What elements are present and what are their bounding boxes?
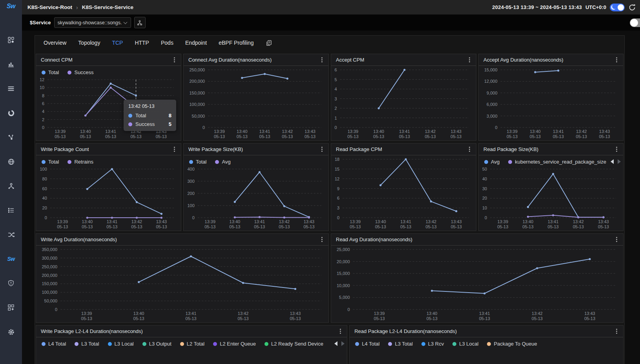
legend-next-icon[interactable] (618, 159, 621, 164)
svg-text:05-13: 05-13 (548, 224, 559, 229)
svg-text:05-13: 05-13 (599, 134, 610, 139)
legend-item[interactable]: kubernetes_service_read_package_size (508, 159, 606, 165)
bar-chart-icon (7, 61, 15, 68)
panel-menu-icon[interactable] (320, 146, 324, 153)
svg-text:05-13: 05-13 (507, 134, 518, 139)
panel-read-package-l2l4-duration: Read Package L2-L4 Duration(nanoseconds)… (349, 325, 624, 364)
tab-overview[interactable]: Overview (44, 40, 66, 46)
legend-item[interactable]: Total (42, 69, 59, 75)
legend-next-icon[interactable] (341, 341, 345, 346)
legend-item[interactable]: L3 Total (75, 341, 99, 347)
tab-topology[interactable]: Topology (78, 40, 100, 46)
legend-item[interactable]: L3 Total (388, 341, 412, 347)
tab-ebpf-profiling[interactable]: eBPF Profiling (219, 40, 253, 46)
secondary-toggle[interactable] (630, 18, 640, 27)
legend-dot (42, 160, 46, 164)
svg-text:350,000: 350,000 (42, 247, 57, 252)
panel-menu-icon[interactable] (320, 56, 324, 64)
legend-item[interactable]: L4 Total (42, 341, 66, 347)
sidebar-item-alerting[interactable] (0, 271, 22, 295)
panel-read-package-cpm: Read Package CPM 036912151813:3905-1313:… (331, 143, 476, 231)
panel-header: Connect Avg Duration(nanoseconds) (184, 54, 328, 66)
svg-text:100: 100 (187, 203, 194, 208)
chart-area (350, 347, 623, 364)
legend-prev-icon[interactable] (334, 341, 337, 346)
sidebar-item-skywalking[interactable]: Sw (0, 247, 22, 271)
legend-label: L3 Rcv (428, 341, 444, 347)
legend-item[interactable]: L3 Local (452, 341, 478, 347)
legend-item[interactable]: L3 Local (108, 341, 134, 347)
svg-text:05-13: 05-13 (598, 224, 609, 229)
svg-text:0: 0 (202, 125, 205, 130)
tab-endpoint[interactable]: Endpoint (185, 40, 207, 46)
panel-write-package-count: Write Package Count TotalRetrains 020406… (36, 143, 181, 231)
sidebar-item-service-mesh[interactable] (0, 76, 22, 101)
panel-menu-icon[interactable] (615, 146, 618, 153)
panel-menu-icon[interactable] (615, 328, 618, 335)
sidebar-item-dashboard[interactable] (0, 28, 22, 52)
skywalking-logo[interactable]: Sw (7, 3, 15, 10)
timezone-label: UTC+0:0 (585, 4, 606, 10)
legend-item[interactable]: Retrains (67, 159, 93, 165)
tab-pods[interactable]: Pods (161, 40, 173, 46)
layers-icon (7, 85, 15, 92)
sidebar-item-general-service[interactable] (0, 52, 22, 76)
panel-menu-icon[interactable] (339, 328, 342, 335)
legend-item[interactable]: L2 Enter Queue (213, 341, 256, 347)
service-select[interactable]: skywalking-showcase::songs.s (54, 17, 131, 28)
panel-header: Accept CPM (331, 54, 476, 66)
line-chart-svg: 0102030405013:3905-1313:4005-1313:4105-1… (479, 165, 623, 231)
legend-item[interactable]: L2 Total (180, 341, 204, 347)
sidebar-item-infrastructure[interactable] (0, 174, 22, 198)
chart-legend: Avgkubernetes_service_read_package_size (479, 155, 623, 165)
tab-http[interactable]: HTTP (135, 40, 149, 46)
charts-row-3: Write Avg Duration(nanoseconds) 050,0001… (36, 233, 624, 323)
copy-dashboard-icon[interactable] (266, 40, 272, 46)
panel-menu-icon[interactable] (468, 146, 471, 153)
svg-text:05-13: 05-13 (305, 134, 315, 139)
svg-text:05-13: 05-13 (229, 224, 240, 229)
svg-text:18: 18 (335, 157, 339, 162)
sidebar-item-kubernetes[interactable] (0, 149, 22, 174)
dark-mode-toggle[interactable] (610, 4, 625, 11)
tab-tcp[interactable]: TCP (112, 40, 123, 46)
svg-text:05-13: 05-13 (237, 134, 248, 139)
legend-item[interactable]: L3 Rcv (421, 341, 444, 347)
sidebar-item-marketplace[interactable] (0, 295, 22, 320)
chart-legend: L4 TotalL3 TotalL3 RcvL3 LocalPackage To… (350, 337, 623, 347)
svg-text:250,000: 250,000 (42, 264, 57, 269)
refresh-icon[interactable] (628, 4, 636, 11)
svg-text:13:43: 13:43 (450, 129, 461, 134)
panel-menu-icon[interactable] (468, 56, 471, 64)
sidebar-item-settings[interactable] (0, 320, 22, 344)
legend-item[interactable]: Success (67, 69, 93, 75)
svg-text:40: 40 (482, 177, 487, 181)
sidebar-item-functions[interactable] (0, 101, 22, 125)
svg-text:250,000: 250,000 (189, 67, 205, 72)
legend-item[interactable]: L3 Output (142, 341, 171, 347)
svg-text:10: 10 (40, 85, 44, 90)
legend-prev-icon[interactable] (611, 159, 614, 164)
svg-text:05-13: 05-13 (156, 224, 167, 229)
legend-item[interactable]: Total (189, 159, 206, 165)
legend-item[interactable]: Avg (484, 159, 500, 165)
legend-item[interactable]: L2 Ready Send Device (264, 341, 323, 347)
panel-menu-icon[interactable] (320, 236, 324, 243)
time-range-picker[interactable]: 2024-05-13 13:39 ~ 2024-05-13 13:43 (492, 4, 582, 10)
sidebar-item-browser[interactable] (0, 125, 22, 149)
panel-menu-icon[interactable] (173, 146, 176, 153)
sidebar-item-self-observability[interactable] (0, 222, 22, 247)
shuffle-icon (7, 231, 15, 238)
panel-menu-icon[interactable] (615, 56, 618, 64)
legend-item[interactable]: L4 Total (355, 341, 379, 347)
panel-menu-icon[interactable] (173, 56, 176, 64)
breadcrumb-root[interactable]: K8S-Service-Root (27, 4, 72, 10)
legend-item[interactable]: Package To Queue (487, 341, 537, 347)
breadcrumb: K8S-Service-Root › K8S-Service-Service (27, 4, 133, 11)
legend-item[interactable]: Avg (215, 159, 230, 165)
panel-write-package-size: Write Package Size(KB) TotalAvg 01002003… (183, 143, 329, 231)
panel-menu-icon[interactable] (615, 236, 618, 243)
sidebar-item-menu-list[interactable] (0, 198, 22, 222)
legend-item[interactable]: Total (42, 159, 59, 165)
topology-button[interactable] (134, 17, 146, 28)
